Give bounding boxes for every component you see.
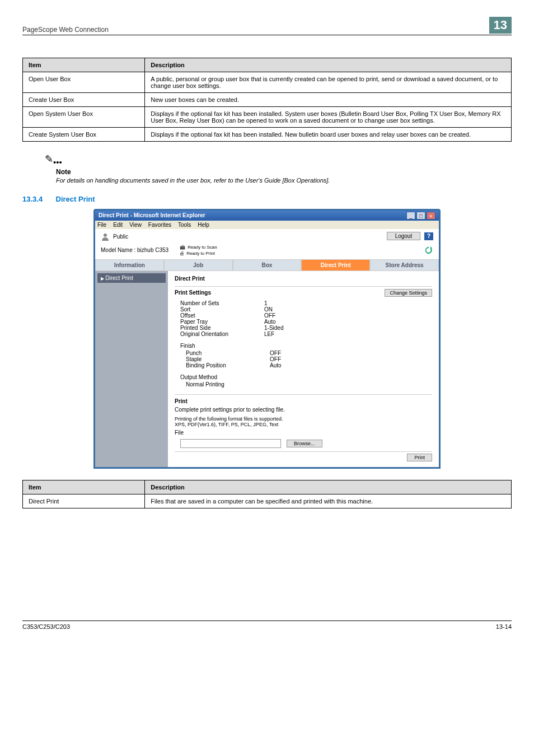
tab-store-address[interactable]: Store Address — [370, 259, 439, 271]
footer-right: 13-14 — [496, 623, 512, 630]
print-instruction-2: Printing of the following format files i… — [175, 416, 432, 422]
page-footer: C353/C253/C203 13-14 — [22, 620, 512, 630]
logout-button[interactable]: Logout — [387, 232, 421, 240]
menu-file[interactable]: File — [97, 222, 106, 228]
sidebar: Direct Print — [95, 271, 168, 467]
content-area: Direct Print Direct Print Print Settings… — [95, 271, 439, 467]
section-title: Direct Print — [56, 195, 95, 203]
svg-point-0 — [104, 234, 107, 237]
table1-header-item: Item — [23, 58, 145, 72]
print-section: Print Complete print settings prior to s… — [175, 394, 432, 463]
tab-job[interactable]: Job — [164, 259, 233, 271]
maximize-button[interactable]: □ — [416, 212, 425, 220]
help-icon[interactable]: ? — [424, 232, 433, 240]
section-number: 13.3.4 — [22, 195, 43, 203]
menu-view[interactable]: View — [129, 222, 142, 228]
change-settings-button[interactable]: Change Settings — [385, 289, 432, 297]
note-label: Note — [56, 168, 512, 176]
settings-list: Number of Sets1 SortON OffsetOFF Paper T… — [175, 299, 432, 342]
close-button[interactable]: × — [427, 212, 435, 220]
table2-header-item: Item — [23, 480, 145, 494]
print-formats: XPS, PDF(Ver1.6), TIFF, PS, PCL, JPEG, T… — [175, 422, 432, 427]
panel-title: Direct Print — [175, 276, 432, 282]
ready-print: Ready to Print — [186, 251, 215, 256]
table2-header-desc: Description — [145, 480, 512, 494]
table1-header-desc: Description — [145, 58, 512, 72]
finish-list: PunchOFF StapleOFF Binding PositionAuto — [175, 349, 432, 373]
scanner-icon: 📠 — [180, 245, 185, 250]
print-heading: Print — [175, 398, 432, 404]
page-header: PageScope Web Connection 13 — [22, 17, 512, 35]
public-label: Public — [113, 234, 128, 240]
section-heading: 13.3.4 Direct Print — [22, 195, 512, 203]
table-row: Create System User BoxDisplays if the op… — [23, 128, 512, 142]
status-bar: Model Name : bizhub C353 📠Ready to Scan … — [95, 245, 439, 259]
menu-help[interactable]: Help — [198, 222, 209, 228]
ready-scan: Ready to Scan — [188, 245, 217, 250]
minimize-button[interactable]: _ — [406, 212, 415, 220]
table-row: Open User BoxA public, personal or group… — [23, 72, 512, 93]
item-description-table-1: Item Description Open User BoxA public, … — [22, 58, 512, 142]
refresh-icon[interactable] — [424, 246, 433, 255]
printer-icon: 🖨 — [180, 251, 184, 256]
file-input[interactable] — [180, 439, 281, 448]
table-row: Direct PrintFiles that are saved in a co… — [23, 494, 512, 508]
table-row: Create User BoxNew user boxes can be cre… — [23, 93, 512, 107]
tab-direct-print[interactable]: Direct Print — [301, 259, 370, 271]
header-title: PageScope Web Connection — [22, 26, 109, 34]
note-icon: ✎••• — [45, 153, 512, 167]
window-title: Direct Print - Microsoft Internet Explor… — [99, 212, 205, 218]
finish-heading: Finish — [175, 342, 432, 349]
tab-box[interactable]: Box — [233, 259, 302, 271]
print-instruction-1: Complete print settings prior to selecti… — [175, 407, 432, 413]
user-icon — [101, 232, 110, 241]
output-value: Normal Printing — [175, 380, 432, 392]
print-settings-heading: Print Settings — [175, 290, 211, 296]
tab-bar: Information Job Box Direct Print Store A… — [95, 259, 439, 271]
note-text: For details on handling documents saved … — [56, 177, 512, 184]
model-name: Model Name : bizhub C353 — [101, 247, 168, 253]
tab-information[interactable]: Information — [95, 259, 164, 271]
menu-favorites[interactable]: Favorites — [148, 222, 171, 228]
sidebar-item-direct-print[interactable]: Direct Print — [97, 273, 166, 283]
window-controls: _ □ × — [406, 212, 435, 220]
header-number: 13 — [489, 17, 512, 34]
print-button[interactable]: Print — [407, 454, 432, 461]
item-description-table-2: Item Description Direct PrintFiles that … — [22, 480, 512, 508]
menu-tools[interactable]: Tools — [178, 222, 191, 228]
browser-menu: File Edit View Favorites Tools Help — [95, 221, 439, 229]
top-bar: Public Logout ? — [95, 229, 439, 245]
browser-window: Direct Print - Microsoft Internet Explor… — [93, 209, 441, 469]
file-label: File — [175, 430, 432, 436]
browse-button[interactable]: Browse... — [287, 440, 322, 447]
main-panel: Direct Print Print Settings Change Setti… — [168, 271, 439, 467]
menu-edit[interactable]: Edit — [113, 222, 123, 228]
output-method-heading: Output Method — [175, 373, 432, 380]
browser-titlebar: Direct Print - Microsoft Internet Explor… — [95, 211, 439, 221]
footer-left: C353/C253/C203 — [22, 623, 70, 630]
table-row: Open System User BoxDisplays if the opti… — [23, 107, 512, 128]
browser-body: Public Logout ? Model Name : bizhub C353… — [95, 229, 439, 467]
